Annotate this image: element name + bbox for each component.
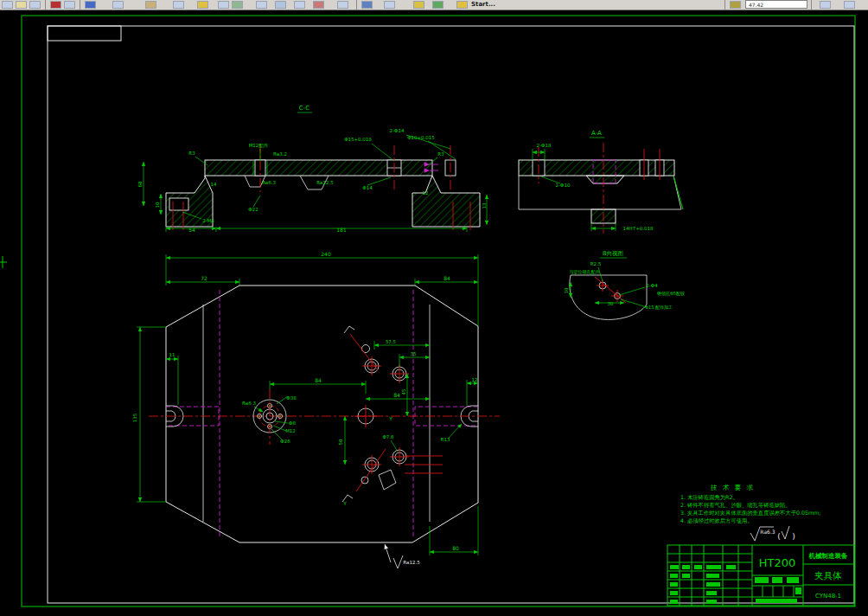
- dim-label: Φ15+0.018: [344, 137, 372, 142]
- dim-label: 30: [608, 301, 614, 306]
- toolbar-icon[interactable]: [2, 1, 13, 9]
- dim-label: 50: [338, 439, 343, 445]
- dim-label: 54: [188, 227, 195, 233]
- dim-label: Ra12.5: [316, 180, 334, 185]
- toolbar-icon[interactable]: [232, 1, 243, 9]
- dim-label: R3: [437, 151, 444, 157]
- dim-label: Ra12.5: [403, 560, 420, 565]
- dim-label: Ra6.3: [262, 180, 276, 185]
- dim-label: 57.5: [386, 339, 397, 344]
- dim-label: Φ10+0.015: [407, 135, 435, 140]
- tech-requirement-item: 3. 夹具工作时对夹具体底面的垂直度误差不大于0.05mm;: [680, 510, 820, 517]
- toolbar-icon[interactable]: [413, 1, 424, 9]
- dim-label: Φ26: [280, 439, 290, 444]
- dim-label: C-C: [299, 105, 310, 112]
- dim-label: 240: [321, 251, 331, 257]
- dim-label: Φ8: [289, 420, 296, 426]
- toolbar-icon[interactable]: [730, 1, 741, 9]
- toolbar-icon[interactable]: [112, 1, 124, 9]
- dim-label: 12: [423, 190, 429, 196]
- dim-label: 12: [472, 377, 478, 382]
- toolbar-coordinate-readout[interactable]: 47.42: [745, 0, 807, 9]
- dim-label: Φ22: [248, 207, 258, 212]
- toolbar-icon[interactable]: [844, 1, 855, 9]
- dim-label: Ra6.3: [242, 401, 256, 406]
- toolbar-icon[interactable]: [820, 1, 831, 9]
- toolbar-icon[interactable]: [361, 1, 373, 9]
- dim-label: Φ7.6: [382, 434, 394, 440]
- tech-requirement-item: 2. 铸件不得有气孔、沙眼、缩孔等铸造缺陷。: [680, 502, 791, 509]
- dim-label: Y: [342, 500, 347, 506]
- cad-application-window: Start... 47.42: [0, 0, 868, 616]
- dim-label: 2-Φ18: [537, 143, 552, 148]
- model-space-background: [0, 10, 868, 616]
- toolbar-icon[interactable]: [16, 1, 27, 9]
- toolbar-icon[interactable]: [275, 1, 286, 9]
- toolbar-icon[interactable]: [218, 1, 229, 9]
- toolbar-icon[interactable]: [50, 1, 61, 9]
- dim-label: 10: [155, 202, 160, 208]
- toolbar-icon[interactable]: [384, 1, 395, 9]
- dim-label: Ra6.3: [760, 529, 775, 535]
- dim-label: R13: [441, 437, 450, 442]
- dim-label: 14H7+0.018: [623, 226, 654, 231]
- dim-label: R3: [188, 151, 195, 156]
- toolbar-separator: [356, 0, 357, 10]
- dim-label: 84: [315, 377, 322, 383]
- toolbar-separator: [45, 0, 46, 10]
- toolbar-start-label[interactable]: Start...: [471, 0, 495, 10]
- toolbar-icon[interactable]: [145, 1, 156, 9]
- drawing-number: CYN48-1: [815, 593, 841, 600]
- dim-label: Φ14: [362, 185, 373, 190]
- toolbar-icon[interactable]: [294, 1, 305, 9]
- toolbar-separator: [811, 0, 812, 10]
- tech-requirements-title: 技 术 要 求: [710, 484, 755, 491]
- toolbar-icon[interactable]: [173, 1, 184, 9]
- dim-label: 14: [211, 182, 217, 187]
- dim-label: 72: [201, 275, 207, 281]
- dim-label: Y: [388, 415, 393, 421]
- dim-label: 2-Φ14: [390, 128, 405, 133]
- dim-label: A-A: [591, 130, 602, 137]
- toolbar-icon[interactable]: [256, 1, 267, 9]
- dim-label: Ra3.2: [273, 151, 287, 157]
- dim-label: 135: [132, 413, 137, 422]
- toolbar-icon[interactable]: [432, 1, 444, 9]
- dim-label: R2.5: [590, 261, 602, 266]
- dim-label: 2-M8: [202, 218, 214, 223]
- dim-label: 68: [137, 181, 143, 187]
- dim-label: M12配作: [249, 143, 269, 149]
- material-label: HT200: [759, 556, 796, 569]
- dim-label: Φ38: [286, 395, 297, 401]
- part-name: 夹具体: [814, 570, 842, 581]
- dim-label: 2-Φ10: [556, 183, 571, 188]
- toolbar-icon[interactable]: [64, 1, 75, 9]
- dim-label: 11: [169, 352, 176, 357]
- dim-label: 10: [564, 287, 569, 293]
- dim-label: 84: [444, 275, 450, 281]
- toolbar-icon[interactable]: [337, 1, 348, 9]
- dim-label: 181: [336, 227, 347, 233]
- toolbar-icon[interactable]: [29, 1, 41, 9]
- toolbar-icon[interactable]: [456, 1, 468, 9]
- toolbar-separator: [80, 0, 80, 10]
- tech-requirement-item: 1. 未注铸造圆角为R2。: [680, 494, 738, 501]
- dim-label: (: [777, 532, 781, 541]
- toolbar-icon[interactable]: [85, 1, 96, 9]
- dim-label: 13: [482, 202, 487, 209]
- dim-label: 80: [452, 545, 459, 551]
- tech-requirement-item: 4. 必须经过时效后方可使用。: [680, 517, 753, 524]
- dim-label: 锥销孔Φ5配铰: [657, 291, 685, 297]
- dim-label: 2-Φ4: [646, 283, 658, 288]
- dim-label: 45: [401, 388, 406, 395]
- toolbar-icon[interactable]: [197, 1, 208, 9]
- dim-label: 与定位销孔配作: [570, 269, 601, 275]
- dim-label: 84: [393, 392, 400, 398]
- toolbar-icon[interactable]: [313, 1, 324, 9]
- dim-label: M12: [285, 428, 296, 433]
- org-label: 机械制造装备: [808, 552, 849, 560]
- toolbar-separator: [724, 0, 725, 10]
- dim-label: B向视图: [603, 250, 623, 257]
- dim-label: ): [792, 532, 795, 541]
- dim-label: 35: [411, 351, 417, 356]
